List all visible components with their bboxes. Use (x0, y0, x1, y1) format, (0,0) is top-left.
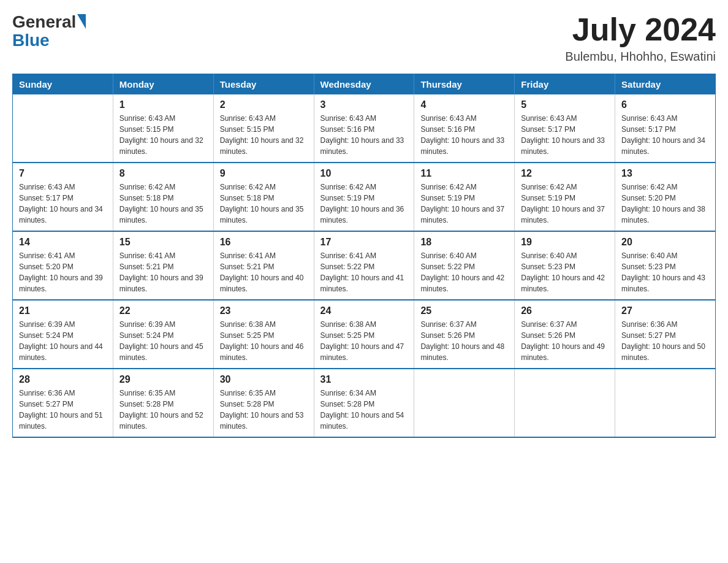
logo: General Blue (12, 12, 86, 49)
calendar-cell: 23Sunrise: 6:38 AMSunset: 5:25 PMDayligh… (213, 300, 314, 369)
day-number: 3 (320, 99, 408, 110)
calendar-cell: 14Sunrise: 6:41 AMSunset: 5:20 PMDayligh… (13, 231, 113, 300)
day-detail: Sunrise: 6:42 AMSunset: 5:19 PMDaylight:… (320, 182, 408, 226)
day-number: 12 (521, 168, 609, 179)
day-detail: Sunrise: 6:43 AMSunset: 5:15 PMDaylight:… (220, 113, 308, 157)
day-number: 23 (220, 305, 308, 316)
day-number: 6 (621, 99, 709, 110)
day-detail: Sunrise: 6:40 AMSunset: 5:22 PMDaylight:… (420, 250, 508, 294)
calendar-cell: 28Sunrise: 6:36 AMSunset: 5:27 PMDayligh… (13, 369, 113, 437)
calendar-cell: 30Sunrise: 6:35 AMSunset: 5:28 PMDayligh… (213, 369, 314, 437)
calendar-header-row: SundayMondayTuesdayWednesdayThursdayFrid… (13, 74, 716, 95)
calendar-cell: 2Sunrise: 6:43 AMSunset: 5:15 PMDaylight… (213, 94, 314, 163)
day-number: 2 (220, 99, 308, 110)
calendar-cell: 17Sunrise: 6:41 AMSunset: 5:22 PMDayligh… (314, 231, 414, 300)
calendar-week-1: 1Sunrise: 6:43 AMSunset: 5:15 PMDaylight… (13, 94, 716, 163)
day-number: 7 (19, 168, 107, 179)
calendar-week-3: 14Sunrise: 6:41 AMSunset: 5:20 PMDayligh… (13, 231, 716, 300)
day-number: 19 (521, 237, 609, 248)
day-detail: Sunrise: 6:34 AMSunset: 5:28 PMDaylight:… (320, 388, 408, 432)
calendar-cell (615, 369, 716, 437)
logo-general-text: General (12, 12, 76, 32)
month-year-title: July 2024 (565, 12, 716, 47)
calendar-cell: 6Sunrise: 6:43 AMSunset: 5:17 PMDaylight… (615, 94, 716, 163)
day-number: 10 (320, 168, 408, 179)
calendar-cell: 25Sunrise: 6:37 AMSunset: 5:26 PMDayligh… (414, 300, 515, 369)
day-number: 24 (320, 305, 408, 316)
calendar-cell (515, 369, 615, 437)
day-number: 28 (19, 374, 107, 385)
day-detail: Sunrise: 6:40 AMSunset: 5:23 PMDaylight:… (621, 250, 709, 294)
calendar-week-2: 7Sunrise: 6:43 AMSunset: 5:17 PMDaylight… (13, 163, 716, 231)
calendar-cell (13, 94, 113, 163)
calendar-cell: 3Sunrise: 6:43 AMSunset: 5:16 PMDaylight… (314, 94, 414, 163)
day-detail: Sunrise: 6:37 AMSunset: 5:26 PMDaylight:… (521, 319, 609, 363)
day-header-saturday: Saturday (615, 74, 716, 95)
calendar-cell (414, 369, 515, 437)
day-detail: Sunrise: 6:43 AMSunset: 5:16 PMDaylight:… (420, 113, 508, 157)
calendar-cell: 10Sunrise: 6:42 AMSunset: 5:19 PMDayligh… (314, 163, 414, 231)
day-detail: Sunrise: 6:42 AMSunset: 5:20 PMDaylight:… (621, 182, 709, 226)
day-detail: Sunrise: 6:41 AMSunset: 5:20 PMDaylight:… (19, 250, 107, 294)
day-number: 1 (119, 99, 207, 110)
calendar-cell: 21Sunrise: 6:39 AMSunset: 5:24 PMDayligh… (13, 300, 113, 369)
calendar-cell: 8Sunrise: 6:42 AMSunset: 5:18 PMDaylight… (113, 163, 213, 231)
day-number: 8 (119, 168, 207, 179)
day-number: 5 (521, 99, 609, 110)
calendar-cell: 29Sunrise: 6:35 AMSunset: 5:28 PMDayligh… (113, 369, 213, 437)
day-number: 17 (320, 237, 408, 248)
day-detail: Sunrise: 6:43 AMSunset: 5:17 PMDaylight:… (19, 182, 107, 226)
day-detail: Sunrise: 6:35 AMSunset: 5:28 PMDaylight:… (220, 388, 308, 432)
day-number: 20 (621, 237, 709, 248)
calendar-cell: 11Sunrise: 6:42 AMSunset: 5:19 PMDayligh… (414, 163, 515, 231)
day-detail: Sunrise: 6:39 AMSunset: 5:24 PMDaylight:… (119, 319, 207, 363)
calendar-cell: 24Sunrise: 6:38 AMSunset: 5:25 PMDayligh… (314, 300, 414, 369)
day-detail: Sunrise: 6:43 AMSunset: 5:17 PMDaylight:… (521, 113, 609, 157)
day-detail: Sunrise: 6:35 AMSunset: 5:28 PMDaylight:… (119, 388, 207, 432)
day-detail: Sunrise: 6:38 AMSunset: 5:25 PMDaylight:… (220, 319, 308, 363)
day-detail: Sunrise: 6:36 AMSunset: 5:27 PMDaylight:… (19, 388, 107, 432)
calendar-cell: 13Sunrise: 6:42 AMSunset: 5:20 PMDayligh… (615, 163, 716, 231)
day-header-wednesday: Wednesday (314, 74, 414, 95)
logo-blue-text: Blue (12, 32, 86, 49)
calendar-cell: 12Sunrise: 6:42 AMSunset: 5:19 PMDayligh… (515, 163, 615, 231)
day-detail: Sunrise: 6:41 AMSunset: 5:21 PMDaylight:… (220, 250, 308, 294)
day-header-sunday: Sunday (13, 74, 113, 95)
day-number: 22 (119, 305, 207, 316)
calendar-cell: 9Sunrise: 6:42 AMSunset: 5:18 PMDaylight… (213, 163, 314, 231)
day-number: 30 (220, 374, 308, 385)
calendar-week-5: 28Sunrise: 6:36 AMSunset: 5:27 PMDayligh… (13, 369, 716, 437)
day-number: 16 (220, 237, 308, 248)
day-number: 14 (19, 237, 107, 248)
day-detail: Sunrise: 6:37 AMSunset: 5:26 PMDaylight:… (420, 319, 508, 363)
day-detail: Sunrise: 6:38 AMSunset: 5:25 PMDaylight:… (320, 319, 408, 363)
day-number: 31 (320, 374, 408, 385)
day-number: 11 (420, 168, 508, 179)
day-header-tuesday: Tuesday (213, 74, 314, 95)
location-subtitle: Bulembu, Hhohho, Eswatini (565, 50, 716, 64)
day-number: 27 (621, 305, 709, 316)
day-detail: Sunrise: 6:39 AMSunset: 5:24 PMDaylight:… (19, 319, 107, 363)
calendar-cell: 20Sunrise: 6:40 AMSunset: 5:23 PMDayligh… (615, 231, 716, 300)
day-number: 4 (420, 99, 508, 110)
calendar-cell: 7Sunrise: 6:43 AMSunset: 5:17 PMDaylight… (13, 163, 113, 231)
day-header-friday: Friday (515, 74, 615, 95)
calendar-cell: 19Sunrise: 6:40 AMSunset: 5:23 PMDayligh… (515, 231, 615, 300)
calendar-week-4: 21Sunrise: 6:39 AMSunset: 5:24 PMDayligh… (13, 300, 716, 369)
day-number: 13 (621, 168, 709, 179)
day-detail: Sunrise: 6:43 AMSunset: 5:15 PMDaylight:… (119, 113, 207, 157)
day-detail: Sunrise: 6:42 AMSunset: 5:19 PMDaylight:… (420, 182, 508, 226)
day-header-thursday: Thursday (414, 74, 515, 95)
day-detail: Sunrise: 6:43 AMSunset: 5:16 PMDaylight:… (320, 113, 408, 157)
page-header: General Blue July 2024 Bulembu, Hhohho, … (12, 12, 716, 64)
calendar-cell: 5Sunrise: 6:43 AMSunset: 5:17 PMDaylight… (515, 94, 615, 163)
day-detail: Sunrise: 6:42 AMSunset: 5:18 PMDaylight:… (119, 182, 207, 226)
day-number: 21 (19, 305, 107, 316)
calendar-table: SundayMondayTuesdayWednesdayThursdayFrid… (12, 74, 716, 438)
title-area: July 2024 Bulembu, Hhohho, Eswatini (565, 12, 716, 64)
calendar-cell: 16Sunrise: 6:41 AMSunset: 5:21 PMDayligh… (213, 231, 314, 300)
calendar-cell: 4Sunrise: 6:43 AMSunset: 5:16 PMDaylight… (414, 94, 515, 163)
day-detail: Sunrise: 6:36 AMSunset: 5:27 PMDaylight:… (621, 319, 709, 363)
day-detail: Sunrise: 6:42 AMSunset: 5:19 PMDaylight:… (521, 182, 609, 226)
day-header-monday: Monday (113, 74, 213, 95)
